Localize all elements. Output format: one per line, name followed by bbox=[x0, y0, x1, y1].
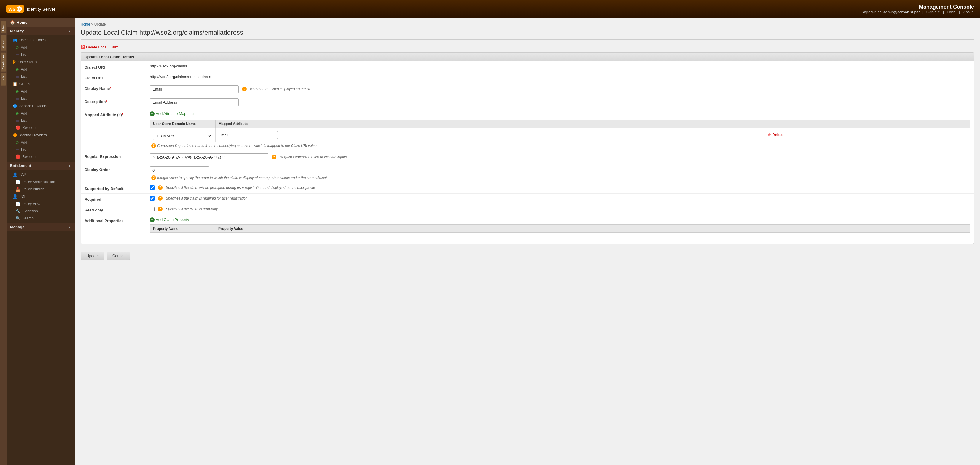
page-title: Update Local Claim http://wso2.org/claim… bbox=[81, 29, 974, 40]
side-tab-tools[interactable]: Tools bbox=[1, 73, 6, 86]
required-help-icon[interactable]: ? bbox=[158, 196, 162, 201]
sp-list-icon: ☰ bbox=[16, 118, 19, 123]
claims-label: Claims bbox=[19, 82, 30, 86]
row-display-order: Display Order ? Integer value to specify… bbox=[81, 164, 974, 183]
required-checkbox[interactable] bbox=[150, 196, 154, 201]
supported-by-default-help-icon[interactable]: ? bbox=[158, 185, 162, 190]
mapped-attr-input[interactable] bbox=[219, 131, 278, 139]
logo-box[interactable]: WS O2 bbox=[6, 5, 24, 13]
users-roles-label: Users and Roles bbox=[19, 38, 46, 42]
form-table: Dialect URI http://wso2.org/claims Claim… bbox=[81, 61, 974, 244]
sidebar-subitem-claims-add[interactable]: ⊕ Add bbox=[6, 88, 75, 95]
entitlement-group: 👤 PAP 📄 Policy Administration 📤 Policy P… bbox=[6, 169, 75, 223]
claims-icon: 📋 bbox=[13, 81, 18, 86]
sidebar-section-manage[interactable]: Manage ▲ bbox=[6, 223, 75, 231]
idp-add-icon: ⊕ bbox=[16, 140, 19, 145]
display-name-row: ? Name of the claim displayed on the UI bbox=[150, 85, 970, 93]
side-tabs: Main Monitor Configure Tools bbox=[0, 18, 6, 465]
top-header: WS O2 Identity Server Management Console… bbox=[0, 0, 980, 18]
read-only-help-icon[interactable]: ? bbox=[158, 207, 162, 211]
sidebar-subitem-extension[interactable]: 🔧 Extension bbox=[6, 208, 75, 215]
sidebar-subitem-users-add[interactable]: ⊕ Add bbox=[6, 44, 75, 51]
row-additional-properties: Additional Properties + Add Claim Proper… bbox=[81, 215, 974, 244]
sidebar-section-identity[interactable]: Identity ▲ bbox=[6, 27, 75, 35]
sp-add-icon: ⊕ bbox=[16, 111, 19, 116]
read-only-label: Read only bbox=[84, 208, 103, 212]
mapping-row: PRIMARY SECONDARY bbox=[150, 128, 970, 142]
add-claim-property-label: Add Claim Property bbox=[156, 217, 189, 222]
attribute-mapping-table: User Store Domain Name Mapped Attribute bbox=[150, 120, 970, 142]
sidebar-subitem-claims-list[interactable]: ☰ List bbox=[6, 95, 75, 102]
display-order-input[interactable] bbox=[150, 166, 209, 174]
sidebar-subitem-idp-list[interactable]: ☰ List bbox=[6, 146, 75, 153]
sidebar-section-entitlement[interactable]: Entitlement ▲ bbox=[6, 161, 75, 169]
about-link[interactable]: About bbox=[963, 10, 973, 14]
idp-list-label: List bbox=[21, 148, 27, 152]
sidebar-subitem-idp-add[interactable]: ⊕ Add bbox=[6, 139, 75, 146]
add-claim-property-link[interactable]: + Add Claim Property bbox=[150, 217, 189, 222]
sidebar-item-service-providers[interactable]: 🔷 Service Providers bbox=[6, 102, 75, 110]
sidebar-subitem-stores-add[interactable]: ⊕ Add bbox=[6, 66, 75, 73]
logo-wso2-text: WS bbox=[8, 6, 16, 11]
signed-in-user: admin@carbon.super bbox=[883, 10, 920, 14]
side-tab-main[interactable]: Main bbox=[1, 21, 6, 33]
update-button[interactable]: Update bbox=[81, 251, 104, 260]
sidebar-item-user-stores[interactable]: 🗄 User Stores bbox=[6, 58, 75, 66]
header-right: Management Console Signed-in as: admin@c… bbox=[862, 4, 974, 14]
sidebar-subitem-sp-list[interactable]: ☰ List bbox=[6, 117, 75, 124]
mapping-delete-button[interactable]: 🗑 Delete bbox=[766, 132, 784, 138]
supported-by-default-checkbox[interactable] bbox=[150, 185, 154, 190]
row-mapped-attribute: Mapped Attribute (s)* + Add Attribute Ma… bbox=[81, 109, 974, 150]
cancel-button[interactable]: Cancel bbox=[107, 251, 130, 260]
claims-add-icon: ⊕ bbox=[16, 89, 19, 94]
sidebar-home[interactable]: 🏠 Home bbox=[6, 18, 75, 27]
row-description: Description* bbox=[81, 96, 974, 109]
sidebar-subitem-idp-resident[interactable]: 🔴 Resident bbox=[6, 153, 75, 160]
regex-input[interactable] bbox=[150, 153, 269, 161]
sidebar-subitem-policy-admin[interactable]: 📄 Policy Administration bbox=[6, 179, 75, 185]
side-tab-monitor[interactable]: Monitor bbox=[1, 35, 6, 51]
docs-link[interactable]: Docs bbox=[947, 10, 955, 14]
sidebar-item-pdp[interactable]: 👤 PDP bbox=[6, 193, 75, 200]
add-attribute-mapping-link[interactable]: + Add Attribute Mapping bbox=[150, 111, 194, 116]
sidebar-subitem-sp-add[interactable]: ⊕ Add bbox=[6, 110, 75, 117]
policy-view-label: Policy View bbox=[22, 202, 40, 206]
sidebar-subitem-sp-resident[interactable]: 🔴 Resident bbox=[6, 124, 75, 131]
read-only-checkbox[interactable] bbox=[150, 207, 154, 211]
delete-local-claim-link[interactable]: 🗑 Delete Local Claim bbox=[81, 45, 118, 49]
breadcrumb-current: Update bbox=[94, 22, 106, 26]
description-input[interactable] bbox=[150, 98, 239, 106]
breadcrumb-home[interactable]: Home bbox=[81, 22, 90, 26]
sidebar-subitem-policy-publish[interactable]: 📤 Policy Publish bbox=[6, 185, 75, 193]
display-order-help: ? Integer value to specify the order in … bbox=[150, 176, 970, 180]
display-name-input[interactable] bbox=[150, 85, 239, 93]
mapping-warning-text: Corresponding attribute name from the un… bbox=[157, 144, 317, 148]
mapped-attribute-required: * bbox=[122, 113, 123, 117]
mapped-attribute-label: Mapped Attribute (s) bbox=[84, 113, 122, 117]
sidebar-subitem-policy-view[interactable]: 📄 Policy View bbox=[6, 200, 75, 208]
sign-out-link[interactable]: Sign-out bbox=[926, 10, 940, 14]
sidebar-subitem-users-list[interactable]: ☰ List bbox=[6, 51, 75, 58]
sidebar-subitem-search[interactable]: 🔍 Search bbox=[6, 215, 75, 222]
domain-select[interactable]: PRIMARY SECONDARY bbox=[153, 131, 212, 140]
users-add-icon: ⊕ bbox=[16, 45, 19, 50]
sidebar-item-claims[interactable]: 📋 Claims bbox=[6, 80, 75, 88]
read-only-help-text: Specifies if the claim is read-only bbox=[166, 207, 218, 211]
home-icon: 🏠 bbox=[10, 20, 15, 25]
regex-label: Regular Expression bbox=[84, 154, 121, 159]
idp-resident-icon: 🔴 bbox=[16, 154, 21, 159]
policy-view-icon: 📄 bbox=[16, 201, 21, 206]
sidebar-item-pap[interactable]: 👤 PAP bbox=[6, 171, 75, 179]
idp-resident-label: Resident bbox=[22, 155, 36, 159]
pap-label: PAP bbox=[19, 173, 26, 177]
display-name-help-icon[interactable]: ? bbox=[242, 87, 247, 91]
regex-help-icon[interactable]: ? bbox=[272, 155, 277, 160]
action-buttons: Update Cancel bbox=[81, 249, 974, 263]
sidebar-item-users-roles[interactable]: 👥 Users and Roles bbox=[6, 36, 75, 44]
sidebar-item-identity-providers[interactable]: 🔶 Identity Providers bbox=[6, 131, 75, 139]
add-mapping-circle-icon: + bbox=[150, 111, 154, 116]
sidebar-subitem-stores-list[interactable]: ☰ List bbox=[6, 73, 75, 80]
pdp-label: PDP bbox=[19, 195, 27, 199]
display-name-help-text: Name of the claim displayed on the UI bbox=[250, 87, 310, 91]
side-tab-configure[interactable]: Configure bbox=[1, 53, 6, 72]
